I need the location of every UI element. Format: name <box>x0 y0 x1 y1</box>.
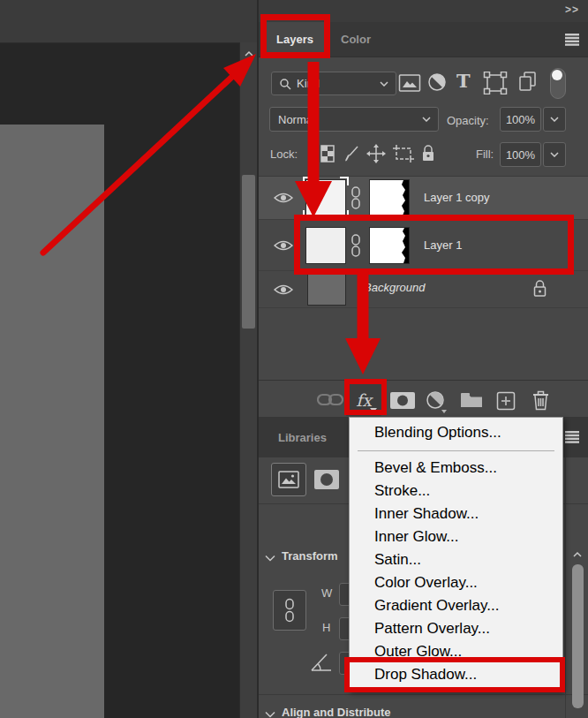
filtering-toggle-knob <box>552 70 562 80</box>
mask-link-icon[interactable] <box>350 234 362 257</box>
section-divider <box>259 694 588 695</box>
layer-row-background[interactable]: Background <box>259 271 588 308</box>
fx-label: fx <box>356 390 372 410</box>
opacity-label: Opacity: <box>447 114 489 127</box>
lock-transparency-icon[interactable] <box>320 145 335 162</box>
canvas-area <box>0 0 259 718</box>
panel-menu-icon[interactable] <box>563 34 581 46</box>
menu-item-outer-glow[interactable]: Outer Glow... <box>350 640 562 663</box>
menu-item-blending-options[interactable]: Blending Options... <box>350 421 562 444</box>
filter-kind-select[interactable]: Kind <box>271 72 396 95</box>
section-collapse-icon[interactable] <box>265 711 275 718</box>
new-layer-icon[interactable] <box>496 391 516 411</box>
tab-color-label: Color <box>341 33 371 46</box>
menu-separator <box>358 450 554 451</box>
selection-bracket-tl <box>303 177 312 185</box>
properties-view-button-mask[interactable] <box>312 465 342 495</box>
layer-row-layer1[interactable]: Layer 1 <box>259 220 588 271</box>
fx-button[interactable]: fx <box>346 383 381 416</box>
fx-menu: Blending Options... Bevel & Emboss... St… <box>349 417 563 691</box>
selection-bracket-br <box>340 210 349 219</box>
blend-row: Normal Opacity: 100% <box>259 104 588 138</box>
link-icon <box>283 598 296 623</box>
fill-dropdown-button[interactable] <box>543 142 566 167</box>
canvas-scrollbar-thumb[interactable] <box>242 175 255 329</box>
height-label: H <box>322 621 330 634</box>
layer-thumbnail-selected[interactable] <box>305 179 346 216</box>
lock-all-icon[interactable] <box>420 144 436 162</box>
panel-menu-icon[interactable] <box>563 431 581 443</box>
opacity-value-box[interactable]: 100% <box>500 107 541 132</box>
mask-icon <box>313 469 340 490</box>
menu-item-inner-glow[interactable]: Inner Glow... <box>350 525 562 548</box>
properties-scrollbar[interactable] <box>565 457 588 718</box>
add-layer-mask-icon[interactable] <box>389 391 416 410</box>
filter-smart-objects-icon[interactable] <box>516 71 538 92</box>
delete-layer-icon[interactable] <box>532 390 549 411</box>
menu-item-pattern-overlay[interactable]: Pattern Overlay... <box>350 617 562 640</box>
transform-section-title[interactable]: Transform <box>282 549 338 563</box>
fill-value-box[interactable]: 100% <box>500 142 541 167</box>
new-group-icon[interactable] <box>460 392 483 408</box>
properties-scrollbar-thumb[interactable] <box>572 564 584 708</box>
layers-tab-bar: Layers Color <box>259 22 588 57</box>
layer-mask-thumbnail[interactable] <box>369 179 410 216</box>
properties-view-button-image[interactable] <box>271 463 306 496</box>
visibility-eye-icon[interactable] <box>274 192 293 204</box>
chevron-down-icon <box>380 81 388 87</box>
canvas-scrollbar[interactable] <box>239 42 258 718</box>
fill-value: 100% <box>506 148 535 162</box>
lock-artboard-icon[interactable] <box>393 145 414 162</box>
align-section-title[interactable]: Align and Distribute <box>282 706 391 718</box>
image-icon <box>278 471 299 488</box>
menu-item-color-overlay[interactable]: Color Overlay... <box>350 571 562 594</box>
menu-item-stroke[interactable]: Stroke... <box>350 480 562 503</box>
tab-layers[interactable]: Layers <box>262 22 328 57</box>
constrain-proportions-button[interactable] <box>273 590 306 631</box>
layer-name[interactable]: Layer 1 copy <box>424 191 489 204</box>
menu-item-gradient-overlay[interactable]: Gradient Overlay... <box>350 594 562 617</box>
fx-dropdown-caret-icon <box>370 408 377 412</box>
filter-shape-layers-icon[interactable] <box>483 72 508 94</box>
panel-group-header: >> <box>259 0 588 23</box>
options-bar <box>0 0 259 43</box>
layer-name[interactable]: Layer 1 <box>424 238 462 252</box>
filtering-toggle[interactable] <box>550 68 566 99</box>
angle-icon <box>310 652 333 673</box>
chevron-down-icon <box>422 117 431 122</box>
link-layers-icon[interactable] <box>317 392 343 407</box>
layer-row-layer1copy[interactable]: Layer 1 copy <box>259 177 588 220</box>
menu-item-inner-shadow[interactable]: Inner Shadow... <box>350 503 562 525</box>
filter-pixel-layers-icon[interactable] <box>398 73 421 93</box>
blend-mode-value: Normal <box>278 113 315 126</box>
menu-item-bevel-emboss[interactable]: Bevel & Emboss... <box>350 457 562 480</box>
scroll-up-icon[interactable] <box>572 551 583 558</box>
blend-mode-select[interactable]: Normal <box>269 107 439 132</box>
menu-item-satin[interactable]: Satin... <box>350 548 562 571</box>
layer-locked-icon[interactable] <box>532 279 547 298</box>
tab-color[interactable]: Color <box>328 22 383 57</box>
collapse-panels-icon[interactable]: >> <box>565 4 579 16</box>
lock-label: Lock: <box>270 147 298 161</box>
layer-thumbnail[interactable] <box>305 227 346 264</box>
filter-type-layers-icon[interactable]: T <box>456 70 471 92</box>
layer-name[interactable]: Background <box>364 281 425 294</box>
filter-adjustment-layers-icon[interactable] <box>427 72 447 92</box>
width-label: W <box>321 586 332 600</box>
visibility-eye-icon[interactable] <box>274 283 293 296</box>
lock-pixels-icon[interactable] <box>342 144 361 163</box>
new-adjustment-layer-icon[interactable] <box>425 390 448 413</box>
filter-kind-value: Kind <box>297 77 320 90</box>
selection-bracket-bl <box>303 210 312 219</box>
chevron-down-icon <box>550 152 559 157</box>
opacity-dropdown-button[interactable] <box>543 107 566 132</box>
document-canvas[interactable] <box>0 125 104 718</box>
lock-position-icon[interactable] <box>366 144 386 163</box>
layer-mask-thumbnail[interactable] <box>369 227 410 264</box>
mask-link-icon[interactable] <box>350 186 362 209</box>
layer-thumbnail[interactable] <box>307 274 346 306</box>
visibility-eye-icon[interactable] <box>274 239 293 252</box>
menu-item-drop-shadow[interactable]: Drop Shadow... <box>350 663 562 686</box>
section-collapse-icon[interactable] <box>265 555 275 562</box>
scroll-up-icon[interactable] <box>244 50 254 57</box>
